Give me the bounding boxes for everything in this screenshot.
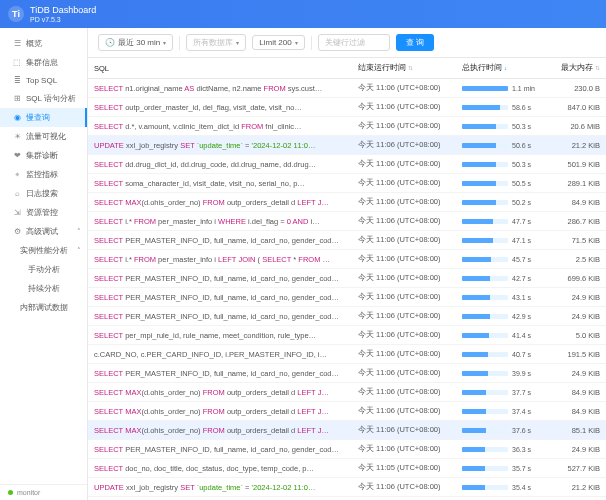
database-select[interactable]: 所有数据库 ▾ <box>186 34 246 51</box>
sidebar-item[interactable]: ⚙高级调试˄ <box>0 222 87 241</box>
sidebar-item[interactable]: ⇲资源管控 <box>0 203 87 222</box>
cell-end-time: 今天 11:06 (UTC+08:00) <box>352 288 456 307</box>
table-row[interactable]: SELECT i.* FROM per_master_info i LEFT J… <box>88 250 606 269</box>
cell-end-time: 今天 11:06 (UTC+08:00) <box>352 421 456 440</box>
cell-end-time: 今天 11:06 (UTC+08:00) <box>352 402 456 421</box>
cell-sql: SELECT PER_MASTER_INFO_ID, full_name, id… <box>88 440 352 459</box>
sidebar-item[interactable]: ⬚集群信息 <box>0 53 87 72</box>
cell-total-time: 50.3 s <box>456 155 554 174</box>
cell-total-time: 37.6 s <box>456 421 554 440</box>
sidebar-item[interactable]: 内部调试数据 <box>0 298 87 317</box>
chevron-up-icon: ˄ <box>77 247 81 255</box>
cell-max-memory: 191.5 KiB <box>554 345 606 364</box>
query-button[interactable]: 查 询 <box>396 34 434 51</box>
cell-max-memory: 21.2 KiB <box>554 136 606 155</box>
cell-sql: SELECT PER_MASTER_INFO_ID, full_name, id… <box>88 307 352 326</box>
cell-total-time: 43.1 s <box>456 288 554 307</box>
sidebar-item[interactable]: 手动分析 <box>0 260 87 279</box>
cell-total-time: 1.1 min <box>456 79 554 98</box>
table-row[interactable]: SELECT d.*, v.amount, v.clinic_item_dict… <box>88 117 606 136</box>
cell-total-time: 37.7 s <box>456 383 554 402</box>
nav-icon: ⇲ <box>12 208 22 217</box>
cell-end-time: 今天 11:06 (UTC+08:00) <box>352 307 456 326</box>
cell-total-time: 50.5 s <box>456 174 554 193</box>
table-row[interactable]: UPDATE xxl_job_registry SET `update_time… <box>88 136 606 155</box>
table-row[interactable]: SELECT MAX(d.ohis_order_no) FROM outp_or… <box>88 193 606 212</box>
cell-total-time: 50.2 s <box>456 193 554 212</box>
sidebar-item-label: SQL 语句分析 <box>26 93 76 104</box>
cell-sql: SELECT MAX(d.ohis_order_no) FROM outp_or… <box>88 193 352 212</box>
sidebar-item[interactable]: 实例性能分析˄ <box>0 241 87 260</box>
sidebar-item[interactable]: ⊞SQL 语句分析 <box>0 89 87 108</box>
table-row[interactable]: SELECT n1.original_name AS dictName, n2.… <box>88 79 606 98</box>
column-header-end-time[interactable]: 结束运行时间⇅ <box>352 58 456 79</box>
app-subtitle: PD v7.5.3 <box>30 16 96 23</box>
table-row[interactable]: SELECT i.* FROM per_master_info i WHERE … <box>88 212 606 231</box>
cell-max-memory: 24.9 KiB <box>554 364 606 383</box>
cell-max-memory: 230.0 B <box>554 79 606 98</box>
sidebar-item[interactable]: ◉慢查询 <box>0 108 87 127</box>
table-row[interactable]: SELECT PER_MASTER_INFO_ID, full_name, id… <box>88 269 606 288</box>
sidebar-item-label: 慢查询 <box>26 112 50 123</box>
nav-icon: ⊞ <box>12 94 22 103</box>
column-header-total-time[interactable]: 总执行时间↓ <box>456 58 554 79</box>
cell-max-memory: 21.2 KiB <box>554 478 606 497</box>
table-row[interactable]: SELECT MAX(d.ohis_order_no) FROM outp_or… <box>88 383 606 402</box>
table-row[interactable]: SELECT PER_MASTER_INFO_ID, full_name, id… <box>88 364 606 383</box>
limit-select[interactable]: Limit 200 ▾ <box>252 35 304 50</box>
sidebar-item[interactable]: ☰概览 <box>0 34 87 53</box>
table-row[interactable]: SELECT doc_no, doc_title, doc_status, do… <box>88 459 606 478</box>
cell-max-memory: 699.6 KiB <box>554 269 606 288</box>
cell-total-time: 50.6 s <box>456 136 554 155</box>
app-title-wrap: TiDB Dashboard PD v7.5.3 <box>30 6 96 23</box>
search-input-placeholder: 关键行过滤 <box>325 37 365 48</box>
cell-end-time: 今天 11:06 (UTC+08:00) <box>352 478 456 497</box>
sidebar-footer: monitor <box>0 484 87 500</box>
table-row[interactable]: SELECT dd.drug_dict_id, dd.drug_code, dd… <box>88 155 606 174</box>
table-row[interactable]: SELECT PER_MASTER_INFO_ID, full_name, id… <box>88 231 606 250</box>
search-input[interactable]: 关键行过滤 <box>318 34 390 51</box>
table-row[interactable]: SELECT MAX(d.ohis_order_no) FROM outp_or… <box>88 402 606 421</box>
sidebar-item[interactable]: ☀流量可视化 <box>0 127 87 146</box>
nav-icon: ⌕ <box>12 189 22 198</box>
sort-icon[interactable]: ⇅ <box>595 65 600 71</box>
table-row[interactable]: SELECT per_mpi_rule_id, rule_name, meet_… <box>88 326 606 345</box>
table-row[interactable]: SELECT outp_order_master_id, del_flag, v… <box>88 98 606 117</box>
cell-max-memory: 527.7 KiB <box>554 459 606 478</box>
table-row[interactable]: SELECT MAX(d.ohis_order_no) FROM outp_or… <box>88 421 606 440</box>
limit-select-label: Limit 200 <box>259 38 291 47</box>
sidebar-item[interactable]: ⌖监控指标 <box>0 165 87 184</box>
sidebar-item-label: 实例性能分析 <box>20 245 68 256</box>
table-row[interactable]: SELECT PER_MASTER_INFO_ID, full_name, id… <box>88 288 606 307</box>
sidebar-item-label: 手动分析 <box>28 264 60 275</box>
cell-max-memory: 286.7 KiB <box>554 212 606 231</box>
nav-icon: ◉ <box>12 113 22 122</box>
cell-sql: SELECT PER_MASTER_INFO_ID, full_name, id… <box>88 288 352 307</box>
sidebar-item[interactable]: ❤集群诊断 <box>0 146 87 165</box>
column-header-sql[interactable]: SQL <box>88 58 352 79</box>
cell-max-memory: 20.6 MiB <box>554 117 606 136</box>
cell-sql: SELECT soma_character_id, visit_date, vi… <box>88 174 352 193</box>
table-row[interactable]: SELECT soma_character_id, visit_date, vi… <box>88 174 606 193</box>
status-dot-icon <box>8 490 13 495</box>
sort-icon[interactable]: ⇅ <box>408 65 413 71</box>
sidebar-item[interactable]: ≣Top SQL <box>0 72 87 89</box>
results-table: SQL 结束运行时间⇅ 总执行时间↓ 最大内存⇅ SELECT n1.orig <box>88 58 606 497</box>
table-row[interactable]: UPDATE xxl_job_registry SET `update_time… <box>88 478 606 497</box>
cell-sql: SELECT d.*, v.amount, v.clinic_item_dict… <box>88 117 352 136</box>
cell-end-time: 今天 11:06 (UTC+08:00) <box>352 326 456 345</box>
table-row[interactable]: SELECT PER_MASTER_INFO_ID, full_name, id… <box>88 440 606 459</box>
sort-desc-icon[interactable]: ↓ <box>504 65 507 71</box>
sidebar-item[interactable]: ⌕日志搜索 <box>0 184 87 203</box>
cell-sql: SELECT i.* FROM per_master_info i LEFT J… <box>88 250 352 269</box>
table-row[interactable]: c.CARD_NO, c.PER_CARD_INFO_ID, i.PER_MAS… <box>88 345 606 364</box>
cell-max-memory: 24.9 KiB <box>554 288 606 307</box>
sidebar-item[interactable]: 持续分析 <box>0 279 87 298</box>
column-header-max-mem[interactable]: 最大内存⇅ <box>554 58 606 79</box>
cell-max-memory: 84.9 KiB <box>554 383 606 402</box>
cell-total-time: 39.9 s <box>456 364 554 383</box>
time-range-select[interactable]: 🕓 最近 30 min ▾ <box>98 34 173 51</box>
table-row[interactable]: SELECT PER_MASTER_INFO_ID, full_name, id… <box>88 307 606 326</box>
nav-icon: ⌖ <box>12 170 22 180</box>
app-title: TiDB Dashboard <box>30 6 96 15</box>
